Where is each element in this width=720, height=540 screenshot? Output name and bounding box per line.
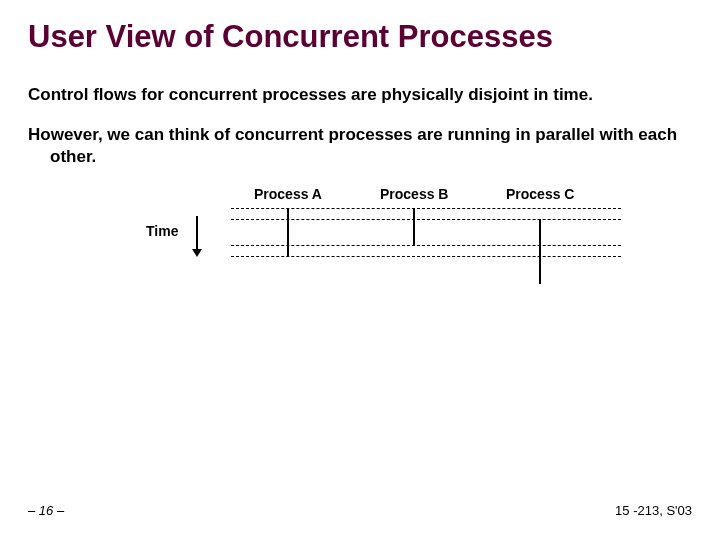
process-c-label: Process C [506,186,574,202]
footer-course-id: 15 -213, S'03 [615,503,692,518]
bullet-1: Control flows for concurrent processes a… [28,84,692,106]
dashed-line-3 [231,245,621,246]
bullet-2: However, we can think of concurrent proc… [28,124,692,168]
process-a-label: Process A [254,186,322,202]
dashed-line-4 [231,256,621,257]
time-arrow-line [196,216,198,250]
process-a-bar [287,208,289,256]
process-b-bar [413,208,415,245]
footer-page-number: – 16 – [28,503,64,518]
time-arrow-head [192,249,202,257]
dashed-line-2 [231,219,621,220]
time-label: Time [146,223,178,239]
process-c-bar [539,219,541,284]
slide-title: User View of Concurrent Processes [28,20,692,54]
dashed-line-1 [231,208,621,209]
process-b-label: Process B [380,186,448,202]
slide: User View of Concurrent Processes Contro… [0,0,720,540]
process-diagram: Process A Process B Process C Time [28,186,692,316]
